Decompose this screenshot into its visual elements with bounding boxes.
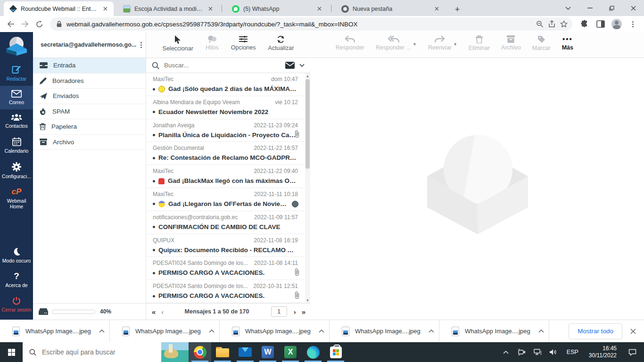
tab-roundcube[interactable]: Roundcube Webmail :: Entrada [4, 1, 114, 16]
sidebar-item-cerrar-sesion[interactable]: Cerrar sesión [0, 292, 33, 317]
scroll-up-icon[interactable]: ▲ [305, 73, 310, 79]
taskbar-mail[interactable] [234, 342, 256, 362]
reply-button[interactable]: Responder [336, 35, 364, 51]
reply-all-button[interactable]: Responder ... [376, 35, 411, 51]
refresh-button[interactable]: Actualizar [268, 35, 294, 51]
folder-spam[interactable]: SPAM [33, 104, 146, 120]
message-row[interactable]: MaxiTec2022-11-11 10:18 Gad ¡Llegaron la… [146, 188, 310, 211]
action-center-icon[interactable] [623, 342, 641, 362]
message-row[interactable]: Albina Mendiara de Equipo Veeamvie 10:12… [146, 96, 310, 119]
message-row[interactable]: QUIPUX2022-11-08 16:19 Quipux: Documento… [146, 234, 310, 257]
scroll-down-icon[interactable]: ▼ [305, 297, 310, 303]
download-item[interactable]: WhatsApp Image....jpeg [110, 320, 220, 343]
tab-new[interactable]: Nueva pestaña [336, 1, 445, 16]
taskbar-excel[interactable]: X [279, 342, 302, 362]
message-row[interactable]: PDESATI024 Santo Domingo de los...2022-1… [146, 280, 310, 303]
download-item[interactable]: WhatsApp Image....jpeg [220, 320, 330, 343]
new-tab-button[interactable]: + [452, 4, 463, 15]
back-icon[interactable] [4, 17, 18, 31]
message-row[interactable]: MaxiTecdom 10:47 Gad ¡Sólo quedan 2 días… [146, 73, 310, 96]
taskbar-file-explorer[interactable] [211, 342, 234, 362]
profile-avatar[interactable] [610, 17, 623, 31]
search-scope-mail-icon[interactable] [285, 62, 295, 69]
scrollbar-thumb[interactable] [305, 79, 310, 169]
reload-icon[interactable] [32, 17, 46, 31]
sidebar-item-modo-oscuro[interactable]: Modo oscuro [0, 243, 33, 268]
minimize-button[interactable] [579, 0, 601, 16]
browser-menu-kebab-icon[interactable] [626, 17, 639, 31]
tab-gad-activity[interactable]: Escoja Actividad a modificar | Inf [117, 1, 219, 16]
sidebar-item-correo[interactable]: Correo [0, 86, 33, 109]
message-row[interactable]: Gestión Documental2022-11-22 16:57 Re: C… [146, 142, 310, 165]
delete-button[interactable]: Eliminar [469, 35, 490, 51]
volume-icon[interactable] [547, 342, 561, 362]
taskbar-chrome[interactable] [189, 342, 211, 362]
options-button[interactable]: Opciones [231, 35, 256, 51]
tab-close-icon[interactable] [315, 5, 323, 13]
folder-archivo[interactable]: Archivo [33, 135, 146, 150]
folder-entrada[interactable]: Entrada [33, 58, 146, 74]
archive-button[interactable]: Archivo [501, 35, 521, 51]
message-row[interactable]: notificaciones@contraloria.gob.ec2022-11… [146, 211, 310, 234]
more-button[interactable]: ••• Más [562, 35, 573, 51]
message-row[interactable]: MaxiTec2022-11-22 09:40 Gad ¡BlackMax ll… [146, 165, 310, 188]
downloads-close-icon[interactable] [622, 329, 644, 334]
search-input[interactable] [164, 62, 281, 69]
sidebar-item-redactar[interactable]: Redactar [0, 60, 33, 86]
scrollbar[interactable]: ▲ ▼ [305, 73, 310, 303]
last-page-icon[interactable]: » [302, 308, 305, 316]
select-button[interactable]: Seleccionar [163, 35, 193, 52]
mark-button[interactable]: Marcar [532, 35, 551, 51]
maximize-button[interactable] [601, 0, 622, 16]
tab-whatsapp[interactable]: (5) WhatsApp [226, 1, 328, 16]
address-bar[interactable]: webmail.gadvallehermoso.gob.ec/cpsess295… [50, 17, 572, 31]
show-all-downloads-button[interactable]: Mostrar todo [569, 323, 622, 339]
download-menu-chevron-icon[interactable] [319, 329, 324, 333]
download-item[interactable]: WhatsApp Image....jpeg [439, 320, 549, 343]
tab-close-icon[interactable] [433, 5, 440, 13]
taskbar-store[interactable] [324, 342, 347, 362]
hidden-icons-chevron-icon[interactable] [499, 342, 513, 362]
side-panel-icon[interactable] [594, 17, 607, 31]
tab-close-icon[interactable] [101, 5, 109, 13]
download-item[interactable]: WhatsApp Image....jpeg [0, 320, 110, 343]
start-button[interactable] [0, 342, 23, 362]
share-icon[interactable] [548, 20, 555, 28]
download-menu-chevron-icon[interactable] [538, 329, 544, 333]
close-window-button[interactable] [622, 0, 644, 16]
prev-page-icon[interactable]: ‹ [161, 308, 163, 316]
sidebar-item-webmail-home[interactable]: cP Webmail Home [0, 183, 33, 214]
download-menu-chevron-icon[interactable] [209, 329, 215, 333]
sidebar-item-calendario[interactable]: Calendario [0, 133, 33, 158]
taskbar-word[interactable]: W [256, 342, 279, 362]
language-indicator[interactable]: ESP [563, 349, 582, 355]
sidebar-item-acerca-de[interactable]: ? Acerca de [0, 268, 33, 292]
taskbar-edge[interactable] [302, 342, 324, 362]
sidebar-item-configuracion[interactable]: Configuraci... [0, 158, 33, 183]
bookmark-star-icon[interactable] [560, 20, 568, 28]
zoom-out-icon[interactable] [536, 20, 544, 28]
account-menu-kebab-icon[interactable] [140, 41, 142, 49]
taskbar-search-input[interactable] [42, 348, 156, 356]
next-page-icon[interactable]: › [294, 308, 295, 316]
folder-borradores[interactable]: Borradores [33, 74, 146, 89]
bing-daily-image[interactable] [161, 342, 189, 362]
forward-button[interactable]: Reenviar [428, 35, 452, 51]
extensions-puzzle-icon[interactable] [578, 17, 591, 31]
message-row[interactable]: PDESATI024 Santo Domingo de los...2022-1… [146, 257, 310, 280]
message-row[interactable]: Jonathan Aveiga2022-11-23 09:24 Planilla… [146, 119, 310, 142]
clock[interactable]: 16:45 30/11/2022 [584, 345, 621, 359]
window-menu-chevron-icon[interactable] [557, 0, 579, 16]
search-options-chevron-icon[interactable] [299, 64, 305, 67]
folder-enviados[interactable]: Enviados [33, 89, 146, 104]
forward-dropdown-icon[interactable]: ▼ [453, 42, 457, 47]
first-page-icon[interactable]: « [152, 308, 155, 316]
threads-button[interactable]: Hilos [206, 35, 219, 51]
forward-icon[interactable] [18, 17, 32, 31]
sidebar-item-contactos[interactable]: Contactos [0, 109, 33, 133]
download-menu-chevron-icon[interactable] [99, 329, 105, 333]
reply-all-dropdown-icon[interactable]: ▼ [413, 42, 417, 47]
download-menu-chevron-icon[interactable] [429, 329, 434, 333]
download-item[interactable]: WhatsApp Image....jpeg [330, 320, 439, 343]
page-number-input[interactable] [271, 306, 287, 317]
